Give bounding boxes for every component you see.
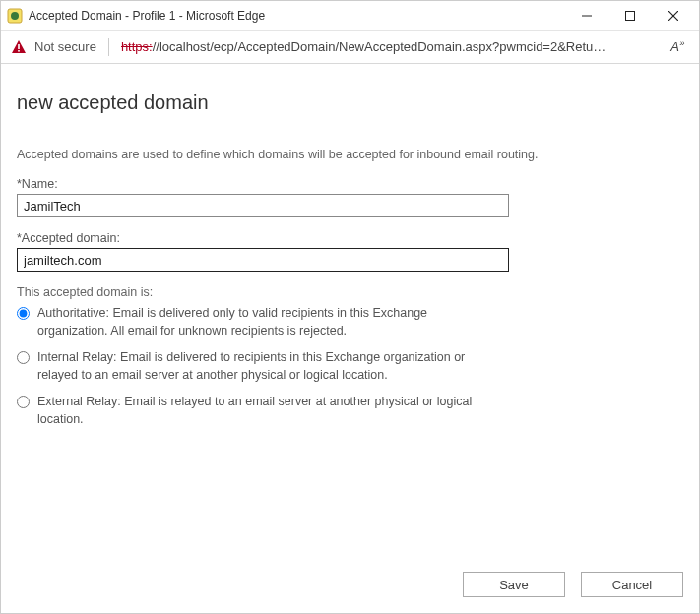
radio-authoritative-input[interactable] <box>17 307 30 320</box>
cancel-button[interactable]: Cancel <box>581 572 683 597</box>
radio-external-relay[interactable]: External Relay: Email is relayed to an e… <box>17 394 489 428</box>
name-label: *Name: <box>17 177 568 191</box>
warning-icon <box>11 39 27 55</box>
save-button[interactable]: Save <box>463 572 565 597</box>
name-input[interactable] <box>17 194 509 217</box>
address-bar: Not secure https://localhost/ecp/Accepte… <box>1 31 699 64</box>
svg-rect-7 <box>18 44 20 49</box>
radio-authoritative-label: Authoritative: Email is delivered only t… <box>37 305 489 339</box>
svg-rect-8 <box>18 50 20 52</box>
intro-text: Accepted domains are used to define whic… <box>17 146 568 163</box>
close-button[interactable] <box>652 1 695 31</box>
not-secure-label[interactable]: Not secure <box>34 39 96 54</box>
radio-internal-relay[interactable]: Internal Relay: Email is delivered to re… <box>17 349 489 384</box>
radio-external-relay-input[interactable] <box>17 396 30 408</box>
dialog-buttons: Save Cancel <box>463 572 683 597</box>
app-icon <box>7 8 23 24</box>
svg-point-1 <box>11 12 19 20</box>
radio-external-relay-label: External Relay: Email is relayed to an e… <box>37 394 489 428</box>
page-content: new accepted domain Accepted domains are… <box>1 64 699 613</box>
minimize-button[interactable] <box>565 1 608 31</box>
svg-rect-3 <box>626 11 635 20</box>
radio-authoritative[interactable]: Authoritative: Email is delivered only t… <box>17 305 489 339</box>
radio-internal-relay-input[interactable] <box>17 351 30 364</box>
accepted-domain-label: *Accepted domain: <box>17 231 568 245</box>
read-aloud-icon[interactable]: A» <box>667 38 689 54</box>
maximize-button[interactable] <box>608 1 652 31</box>
domain-type-label: This accepted domain is: <box>17 285 568 299</box>
url-rest: //localhost/ecp/AcceptedDomain/NewAccept… <box>153 39 606 54</box>
window-title: Accepted Domain - Profile 1 - Microsoft … <box>29 9 265 23</box>
accepted-domain-input[interactable] <box>17 248 509 272</box>
divider <box>108 38 109 56</box>
url-display[interactable]: https://localhost/ecp/AcceptedDomain/New… <box>121 39 659 54</box>
url-scheme: https: <box>121 39 153 54</box>
page-title: new accepted domain <box>17 92 683 114</box>
radio-internal-relay-label: Internal Relay: Email is delivered to re… <box>37 349 489 384</box>
window-titlebar: Accepted Domain - Profile 1 - Microsoft … <box>1 1 699 31</box>
